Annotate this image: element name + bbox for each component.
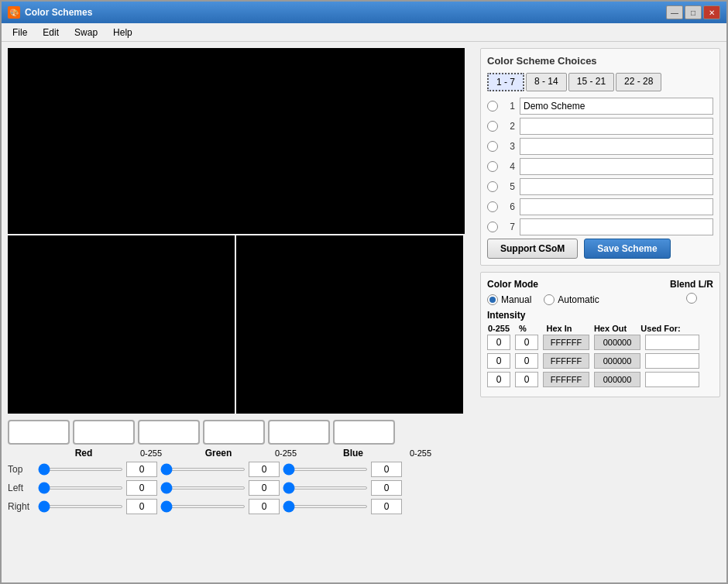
menu-swap[interactable]: Swap (67, 26, 105, 40)
int-pct-2[interactable] (515, 353, 538, 369)
tab-15-21[interactable]: 15 - 21 (568, 73, 614, 91)
used-for-3[interactable] (645, 372, 699, 387)
close-button[interactable]: ✕ (703, 5, 720, 19)
top-blue-input[interactable] (371, 462, 402, 477)
tab-1-7[interactable]: 1 - 7 (487, 73, 524, 91)
right-control-row: Right (8, 499, 474, 514)
minimize-button[interactable]: — (666, 5, 683, 19)
preview-bottom-right (236, 235, 463, 414)
tab-8-14[interactable]: 8 - 14 (526, 73, 567, 91)
right-green-slider[interactable] (160, 505, 246, 508)
scheme-input-6[interactable] (520, 198, 713, 215)
scheme-radio-7[interactable] (487, 222, 498, 232)
col-hexin: Hex In (535, 324, 583, 333)
int-pct-1[interactable] (515, 335, 538, 350)
intensity-section: Intensity 0-255 % Hex In Hex Out Used Fo… (487, 310, 713, 387)
left-green-input[interactable] (249, 480, 280, 496)
left-blue-input[interactable] (371, 480, 402, 496)
blue-label: Blue (343, 448, 363, 459)
col-pct: % (513, 324, 532, 333)
left-red-slider[interactable] (38, 486, 123, 490)
color-mode-section: Color Mode Manual Automatic (480, 272, 720, 397)
color-mode-options: Manual Automatic (487, 294, 599, 305)
range1-label: 0-255 (140, 448, 162, 458)
right-red-slider[interactable] (38, 505, 123, 508)
int-255-1[interactable] (487, 335, 510, 350)
hex-out-1[interactable] (594, 335, 640, 350)
col-0-255: 0-255 (487, 324, 510, 333)
range3-label: 0-255 (410, 448, 431, 458)
tab-22-28[interactable]: 22 - 28 (616, 73, 661, 91)
hex-in-3[interactable] (543, 372, 589, 387)
left-blue-slider[interactable] (283, 486, 368, 490)
top-green-slider[interactable] (160, 468, 246, 471)
int-255-3[interactable] (487, 372, 510, 387)
save-scheme-button[interactable]: Save Scheme (584, 239, 670, 259)
swatch-4[interactable] (203, 420, 265, 445)
scheme-row-3: 3 (487, 138, 713, 155)
scheme-input-5[interactable] (520, 178, 713, 195)
scheme-num-6: 6 (503, 201, 515, 212)
used-for-1[interactable] (645, 335, 699, 350)
scheme-input-3[interactable] (520, 138, 713, 155)
left-red-input[interactable] (126, 480, 157, 496)
intensity-headers: 0-255 % Hex In Hex Out Used For: (487, 324, 713, 333)
intensity-row-1 (487, 335, 713, 350)
swatch-2[interactable] (73, 420, 135, 445)
swatch-3[interactable] (138, 420, 200, 445)
window-title: Color Schemes (25, 7, 92, 18)
scheme-input-4[interactable] (520, 158, 713, 175)
swatch-5[interactable] (268, 420, 330, 445)
scheme-input-2[interactable] (520, 118, 713, 135)
scheme-radio-4[interactable] (487, 161, 498, 172)
manual-radio[interactable] (487, 294, 498, 305)
left-green-slider[interactable] (160, 486, 246, 490)
swatch-6[interactable] (333, 420, 395, 445)
scheme-radio-3[interactable] (487, 141, 498, 152)
top-red-slider[interactable] (38, 468, 123, 471)
automatic-radio[interactable] (544, 294, 555, 305)
scheme-radio-2[interactable] (487, 121, 498, 132)
blend-radio[interactable] (686, 293, 697, 304)
top-blue-slider[interactable] (283, 468, 368, 471)
color-mode-group: Color Mode Manual Automatic (487, 279, 599, 305)
green-label: Green (205, 448, 232, 459)
scheme-radio-6[interactable] (487, 201, 498, 212)
top-control-row: Top (8, 462, 474, 477)
scheme-row-6: 6 (487, 198, 713, 215)
scheme-row-7: 7 (487, 218, 713, 235)
manual-option[interactable]: Manual (487, 294, 531, 305)
right-blue-input[interactable] (371, 499, 402, 514)
scheme-radio-5[interactable] (487, 181, 498, 192)
menu-help[interactable]: Help (105, 26, 140, 40)
scheme-row-1: 1 (487, 98, 713, 115)
hex-in-1[interactable] (543, 335, 589, 350)
right-green-input[interactable] (249, 499, 280, 514)
hex-in-2[interactable] (543, 353, 589, 369)
scheme-input-1[interactable] (520, 98, 713, 115)
menu-file[interactable]: File (5, 26, 35, 40)
support-button[interactable]: Support CSoM (487, 239, 578, 259)
scheme-radio-1[interactable] (487, 101, 498, 112)
scheme-buttons: Support CSoM Save Scheme (487, 239, 713, 259)
int-pct-3[interactable] (515, 372, 538, 387)
scheme-num-4: 4 (503, 161, 515, 172)
menu-edit[interactable]: Edit (35, 26, 67, 40)
top-green-input[interactable] (249, 462, 280, 477)
col-hexout: Hex Out (586, 324, 634, 333)
hex-out-3[interactable] (594, 372, 640, 387)
scheme-num-3: 3 (503, 141, 515, 152)
top-label: Top (8, 464, 35, 475)
manual-label: Manual (501, 294, 531, 305)
int-255-2[interactable] (487, 353, 510, 369)
swatch-1[interactable] (8, 420, 70, 445)
used-for-2[interactable] (645, 353, 699, 369)
automatic-option[interactable]: Automatic (544, 294, 599, 305)
top-red-input[interactable] (126, 462, 157, 477)
right-blue-slider[interactable] (283, 505, 368, 508)
hex-out-2[interactable] (594, 353, 640, 369)
maximize-button[interactable]: □ (685, 5, 702, 19)
scheme-title: Color Scheme Choices (487, 55, 713, 67)
right-red-input[interactable] (126, 499, 157, 514)
scheme-input-7[interactable] (520, 218, 713, 235)
